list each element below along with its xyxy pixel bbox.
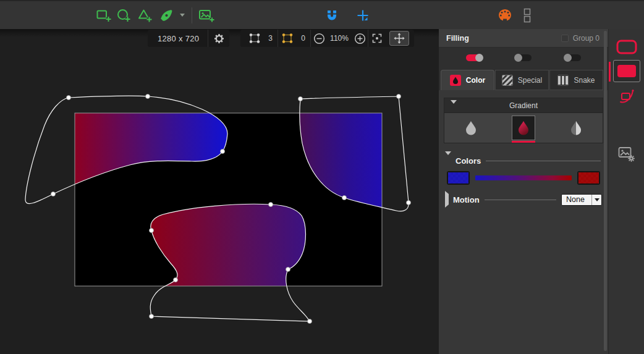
snap-magnet-button[interactable] — [321, 6, 342, 25]
motion-section-title: Motion — [453, 195, 480, 204]
pen-bezier-icon — [158, 7, 174, 23]
gradient-style-options — [444, 112, 603, 143]
position-tool-button[interactable] — [352, 6, 373, 25]
tab-snake-label: Snake — [574, 76, 595, 85]
canvas-size-label: 1280 x 720 — [148, 34, 208, 43]
motion-dropdown[interactable]: None — [561, 194, 602, 206]
group-label: Group 0 — [573, 34, 600, 43]
pen-tool-dropdown-button[interactable] — [177, 6, 188, 25]
motion-dropdown-value: None — [562, 195, 591, 204]
toolbar-separator — [192, 7, 192, 23]
bounding-box-icon — [248, 32, 261, 44]
crosshair-add-icon — [355, 8, 370, 23]
fill-tabs: Color Special Snake — [439, 68, 608, 90]
nodes-bbox-button[interactable] — [245, 32, 263, 44]
canvas-size-bar: 1280 x 720 — [148, 30, 229, 47]
appearance-tools-group — [494, 1, 533, 29]
collapse-button[interactable] — [451, 104, 457, 115]
gradient-droplet-icon — [517, 120, 530, 135]
chevron-down-icon — [180, 14, 185, 17]
solid-droplet-icon — [465, 120, 477, 135]
gradient-preview-bar[interactable] — [475, 175, 572, 180]
stroke-style-icon — [618, 88, 635, 105]
zoom-out-button[interactable] — [311, 30, 327, 47]
gradient-fill-option-selected[interactable] — [512, 113, 535, 143]
group-checkbox[interactable] — [561, 35, 569, 42]
pattern-droplet-icon — [570, 120, 582, 135]
motion-section-header: Motion None — [445, 193, 602, 206]
rectangle-add-icon — [95, 7, 111, 23]
toggle-knob — [475, 54, 483, 62]
gradient-groupbox-header: Gradient — [444, 98, 603, 112]
tab-snake[interactable]: Snake — [549, 70, 603, 90]
fill-rectangle-button-selected[interactable] — [613, 60, 640, 82]
gradient-end-swatch[interactable] — [577, 171, 600, 185]
draw-rectangle-button[interactable] — [93, 6, 114, 25]
canvas-settings-button[interactable] — [208, 30, 229, 47]
zoom-in-icon — [354, 33, 366, 44]
fill-rectangle-icon — [617, 64, 637, 78]
selected-option-box — [512, 116, 535, 140]
gradient-colors-row — [447, 171, 600, 185]
selected-nodes-button[interactable] — [278, 32, 295, 44]
selected-nodes-count: 0 — [295, 34, 310, 43]
toggle-knob — [514, 54, 522, 62]
color-droplet-icon — [450, 75, 461, 86]
add-image-button[interactable] — [196, 6, 217, 25]
draw-tools-group — [93, 1, 217, 29]
stroke-rectangle-icon — [616, 39, 638, 55]
fill-enable-toggle[interactable] — [466, 54, 483, 61]
vertical-bars-icon — [557, 75, 569, 86]
chevron-down-icon — [451, 100, 457, 114]
canvas-area[interactable]: 1280 x 720 3 — [0, 29, 439, 354]
ellipse-add-icon — [116, 7, 132, 23]
section-rule — [485, 200, 556, 200]
magnet-icon — [324, 8, 339, 23]
pan-tool-button[interactable] — [389, 31, 409, 46]
end-color-tint — [578, 172, 599, 183]
view-controls-bar: 3 0 110% — [240, 30, 414, 47]
zoom-out-icon — [313, 33, 325, 44]
colors-section-title: Colors — [455, 156, 481, 166]
collapse-button[interactable] — [445, 155, 451, 166]
fill-option-toggle-3[interactable] — [564, 54, 581, 61]
colors-section-header: Colors — [445, 156, 602, 166]
zoom-in-button[interactable] — [352, 30, 368, 47]
application-window: 1280 x 720 3 — [0, 0, 644, 354]
gradient-start-swatch[interactable] — [447, 171, 470, 185]
panel-scrollbar[interactable] — [604, 31, 607, 351]
stroke-rectangle-button[interactable] — [616, 39, 638, 55]
chevron-down-icon — [595, 198, 600, 201]
top-toolbar — [0, 0, 644, 29]
panel-title: Filling — [446, 34, 469, 43]
draw-polygon-button[interactable] — [135, 6, 156, 25]
color-tab-content: Gradient — [439, 90, 608, 354]
pen-tool-button[interactable] — [156, 6, 177, 25]
tab-special[interactable]: Special — [495, 70, 549, 90]
fill-option-toggle-2[interactable] — [515, 54, 532, 61]
toggle-knob — [564, 54, 572, 62]
expand-button[interactable] — [445, 194, 449, 205]
panel-header: Filling Group 0 — [439, 29, 608, 48]
palette-icon — [496, 7, 514, 23]
draw-ellipse-button[interactable] — [114, 6, 135, 25]
selected-underline — [512, 141, 535, 143]
fit-view-button[interactable] — [368, 30, 386, 47]
tab-color-label: Color — [466, 76, 485, 85]
snap-tools-group — [321, 1, 373, 29]
drawing-scene[interactable] — [0, 29, 439, 354]
image-add-icon — [198, 7, 215, 23]
fit-view-icon — [370, 32, 384, 45]
panel-layout-button[interactable] — [522, 6, 533, 25]
palette-button[interactable] — [494, 6, 515, 25]
gradient-groupbox: Gradient — [444, 98, 603, 143]
hatch-pattern-icon — [502, 75, 513, 86]
shape-style-toolbar — [608, 29, 644, 354]
pattern-fill-option[interactable] — [564, 113, 588, 143]
image-settings-button[interactable] — [617, 146, 636, 162]
dropdown-arrow-button[interactable] — [591, 195, 601, 205]
tab-color[interactable]: Color — [441, 70, 494, 90]
solid-fill-option[interactable] — [459, 113, 483, 143]
stacked-panels-icon — [523, 8, 532, 23]
stroke-style-button[interactable] — [618, 88, 635, 105]
